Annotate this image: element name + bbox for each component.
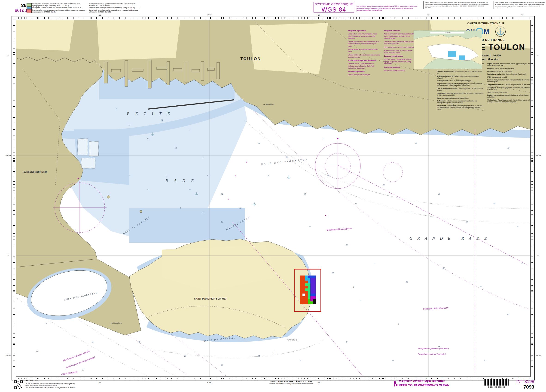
sounding: 13 <box>202 211 204 214</box>
zoc-fr-a: Levé régulier : la position et la profon… <box>32 3 88 7</box>
bottom-int-number: INT 3198 <box>511 379 534 384</box>
zoc-swatch-blue <box>26 7 32 9</box>
ruler-left <box>13 20 15 377</box>
title-note: Positions referred to WGS 84 datum. <box>487 71 535 72</box>
regulated-note: Anchoring regulated <box>384 66 416 68</box>
raster-cell <box>305 283 308 286</box>
raster-cell <box>305 291 308 294</box>
regulated-note: Rade de Toulon : zone réservée aux hydra… <box>348 63 380 69</box>
inset-map-svg <box>414 31 482 69</box>
map-label: GRANDE RADE <box>410 236 492 241</box>
sounding: 12 <box>175 147 177 149</box>
raster-cell <box>310 278 313 281</box>
sounding: 47 <box>517 225 519 228</box>
sounding: 12 <box>115 107 117 110</box>
title-note: Obstructions – Port Militaire : les fond… <box>437 105 484 111</box>
edition-line: Shom — Publication 1993 — Édition N° 7 -… <box>250 380 333 383</box>
zoc-row-c: Des anomalies importantes de profondeur … <box>26 9 140 13</box>
raster-cell <box>310 294 313 296</box>
raster-cell <box>313 299 316 302</box>
correction-note-line1: Les avis de correction (les Groupes hebd… <box>25 383 122 385</box>
ruler-top <box>16 17 531 19</box>
correction-note: Les avis de correction (les Groupes hebd… <box>25 383 122 389</box>
sounding: 51 <box>521 262 523 265</box>
map-label: TOULON <box>240 57 261 61</box>
title-notes-fr: Sondes en mètres, rapportées au zéro des… <box>437 63 484 112</box>
raster-cell <box>302 301 305 304</box>
zoc-fr-b: Levé partiel : des hauts-fonds non détec… <box>32 7 88 9</box>
graticule-label: 07' <box>537 54 540 57</box>
raster-cell <box>308 286 311 289</box>
zoc-swatch-green <box>26 3 32 7</box>
regulated-note: Fairway reserved for French Navy vessels… <box>384 41 416 45</box>
keep-clean-block: GARDEZ VOTRE MER PROPRE KEEP YOUR WATERW… <box>393 379 449 387</box>
sounding: 42 <box>443 267 445 269</box>
sounding: 18 <box>507 147 509 149</box>
raster-cell <box>313 286 316 289</box>
inset-scale-label: 1 : 10 000 <box>430 32 464 33</box>
raster-cell <box>308 281 311 283</box>
graticule-label: 43°04' <box>6 354 11 357</box>
raster-cell <box>313 294 316 296</box>
raster-cell <box>310 281 313 283</box>
correction-note-line2: sont accessibles sur le site Internet ww… <box>25 385 122 386</box>
map-label: Navigation réglementée (voir note) <box>418 347 449 350</box>
sounding: 9 <box>180 207 181 209</box>
raster-cell <box>302 299 305 302</box>
update-note: Cette carte est tenue à jour des avis pu… <box>494 1 545 9</box>
regulated-note: Access to the harbour and navigation wit… <box>384 33 416 39</box>
raster-cell <box>310 275 313 278</box>
correction-note-line3: Le n° de la dernière correction est port… <box>25 387 122 389</box>
sounding: 17 <box>82 369 84 371</box>
raster-cell <box>313 275 316 278</box>
sounding: 44 <box>494 202 496 205</box>
keep-clean-en: KEEP YOUR WATERWAYS CLEAN <box>399 383 449 387</box>
raster-cell <box>308 288 311 291</box>
regulated-note: L'accès de la rade et la navigation y so… <box>348 33 380 39</box>
title-note: Depths : maintained by dredging in the b… <box>487 94 535 98</box>
graticule-label: 05' <box>7 254 9 256</box>
regulated-note: Zone d'amerrissage pour hydravions <box>348 59 380 61</box>
map-label: Navigation restricted (see note) <box>418 353 445 355</box>
regulated-note: Speed limit of 5 knots in the concession… <box>384 49 416 54</box>
raster-cell <box>310 296 313 299</box>
raster-cell <box>305 278 308 281</box>
regulated-note: Vitesse limitée à 5 nœuds dans les zones… <box>348 54 380 58</box>
wreck-icon: + <box>353 286 354 288</box>
raster-cell <box>302 278 305 281</box>
title-note: Marée : voir les annuaires des marées du… <box>437 97 484 99</box>
raster-cell <box>310 286 313 289</box>
regulated-note: Chenal d'accès réservé aux bâtiments de … <box>348 41 380 47</box>
raster-cell <box>310 299 313 302</box>
regulated-note: Navigation réglementée <box>348 30 380 32</box>
raster-cell <box>308 294 311 296</box>
sounding: 27 <box>304 193 306 195</box>
raster-cell <box>300 278 303 281</box>
copyright-note-fr: © 2016 Shom – France. Tous droits réserv… <box>423 1 491 9</box>
sounding: 39 <box>466 221 468 223</box>
sounding: 9 <box>166 175 167 177</box>
raster-cell <box>313 278 316 281</box>
graticule-label: 43°06' <box>6 154 11 157</box>
sounding: 10 <box>258 142 260 144</box>
anchor-icon: ⚓ <box>253 203 256 205</box>
raster-cell <box>305 275 308 278</box>
sounding: 18 <box>239 207 241 209</box>
raster-cell <box>300 299 303 302</box>
regulated-navigation-notes: Navigation réglementéeL'accès de la rade… <box>348 30 417 77</box>
regulated-notes-fr: Navigation réglementéeL'accès de la rade… <box>348 30 380 77</box>
graticule-label: 5°55' <box>207 381 211 384</box>
sounding: 15 <box>323 137 325 140</box>
raster-cell <box>308 275 311 278</box>
map-label: Les Sablettes <box>110 322 122 324</box>
buoy-icon: ▴ <box>235 175 236 177</box>
buoy-icon: ▴ <box>325 214 326 216</box>
raster-cell <box>308 299 311 302</box>
sounding: 45 <box>480 285 482 288</box>
sounding: 14 <box>91 341 94 343</box>
title-note: Origine des renseignements hydrographiqu… <box>437 83 484 87</box>
raster-cell <box>313 288 316 291</box>
graticule-label: 56' <box>318 14 320 16</box>
inset-source-diagram: 1 : 10 000 <box>414 31 482 69</box>
hydrographic-anchor-emblem: ⚓ <box>495 26 506 37</box>
